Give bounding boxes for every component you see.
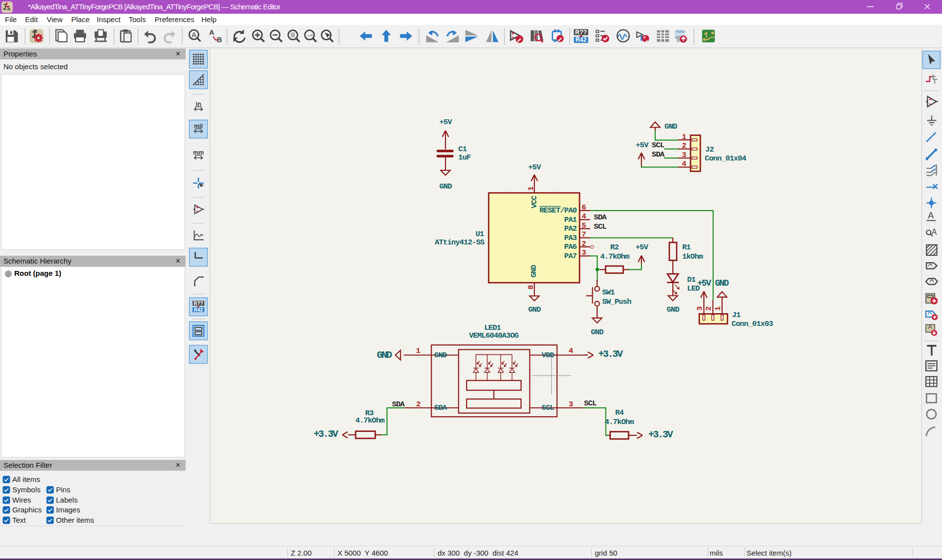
svg-text:GND: GND xyxy=(715,278,729,288)
svg-text:A: A xyxy=(928,323,933,330)
svg-text:PA6: PA6 xyxy=(564,242,577,251)
svg-text:PA1: PA1 xyxy=(564,215,577,224)
svg-text:3: 3 xyxy=(582,248,586,257)
svg-text:7: 7 xyxy=(627,36,630,41)
svg-text:C1: C1 xyxy=(458,145,467,154)
svg-text:4: 4 xyxy=(569,347,573,355)
svg-text:+5V: +5V xyxy=(636,141,649,150)
svg-text:GND: GND xyxy=(434,351,447,360)
svg-text:+5V: +5V xyxy=(528,163,541,172)
svg-text:1: 1 xyxy=(526,187,535,191)
svg-text:SW1: SW1 xyxy=(602,288,615,297)
svg-text:2: 2 xyxy=(416,400,420,409)
svg-text:GND: GND xyxy=(666,305,679,314)
svg-text:ATtiny412-SS: ATtiny412-SS xyxy=(435,238,484,247)
svg-text:3: 3 xyxy=(682,151,686,160)
svg-text:GND: GND xyxy=(591,328,604,337)
svg-text:Conn_01x04: Conn_01x04 xyxy=(705,154,747,163)
svg-text:RESET/PA0: RESET/PA0 xyxy=(539,206,577,215)
svg-text:+5V: +5V xyxy=(636,243,649,252)
svg-text:4.7kOhm: 4.7kOhm xyxy=(355,416,384,425)
svg-text:SCL: SCL xyxy=(594,222,607,231)
svg-text:SDA: SDA xyxy=(652,150,665,159)
svg-text:mil: mil xyxy=(194,123,203,130)
svg-text:R1: R1 xyxy=(682,243,691,252)
svg-text:J1: J1 xyxy=(732,311,741,320)
svg-text:A: A xyxy=(929,276,934,284)
svg-text:GND: GND xyxy=(377,349,392,361)
svg-text:GND: GND xyxy=(529,265,538,278)
svg-text:A: A xyxy=(192,31,196,39)
svg-text:8: 8 xyxy=(526,285,535,290)
svg-text:Conn_01x03: Conn_01x03 xyxy=(732,320,774,328)
svg-text:J2: J2 xyxy=(705,145,714,154)
svg-text:1: 1 xyxy=(682,133,686,141)
svg-text:in: in xyxy=(195,101,201,107)
svg-text:1: 1 xyxy=(714,306,722,311)
svg-text:+3.3V: +3.3V xyxy=(648,429,673,440)
svg-text:4: 4 xyxy=(682,160,686,168)
svg-text:A: A xyxy=(928,261,933,268)
svg-text:B: B xyxy=(217,36,222,44)
svg-text:VEML6040A3OG: VEML6040A3OG xyxy=(469,331,519,340)
svg-text:2: 2 xyxy=(704,306,713,311)
svg-text:A: A xyxy=(209,28,215,36)
svg-text:7: 7 xyxy=(582,230,586,239)
svg-text:SCL: SCL xyxy=(584,399,597,408)
svg-text:R4: R4 xyxy=(615,408,624,417)
svg-text:GND: GND xyxy=(665,122,677,131)
svg-text:SCL: SCL xyxy=(652,141,665,150)
svg-text:A: A xyxy=(928,309,932,316)
svg-text:3: 3 xyxy=(569,400,573,409)
svg-text:4.7kOhm: 4.7kOhm xyxy=(605,418,634,427)
svg-text:R2: R2 xyxy=(610,243,619,252)
svg-text:A: A xyxy=(928,211,934,220)
svg-text:1uF: 1uF xyxy=(458,153,471,162)
svg-text:+3.3V: +3.3V xyxy=(598,348,623,360)
svg-text:VCC: VCC xyxy=(530,196,539,209)
svg-text:+5V: +5V xyxy=(439,118,452,127)
svg-text:GND: GND xyxy=(528,305,541,314)
svg-text:R42: R42 xyxy=(194,307,203,313)
svg-text:+5V: +5V xyxy=(697,278,712,288)
svg-text:SW_Push: SW_Push xyxy=(602,297,631,306)
svg-text:R??: R?? xyxy=(194,301,203,306)
svg-text:4: 4 xyxy=(582,212,586,221)
svg-text:1kOhm: 1kOhm xyxy=(682,252,703,261)
svg-text:2: 2 xyxy=(682,141,686,150)
svg-text:PA7: PA7 xyxy=(564,252,577,261)
svg-text:LED1: LED1 xyxy=(484,323,501,332)
svg-text:SDA: SDA xyxy=(434,403,447,412)
svg-text:PA2: PA2 xyxy=(564,224,577,233)
svg-text:VDD: VDD xyxy=(542,351,554,360)
svg-text:mm: mm xyxy=(193,149,204,156)
svg-text:4.7kOhm: 4.7kOhm xyxy=(600,252,629,261)
svg-text:+3.3V: +3.3V xyxy=(313,428,338,440)
svg-text:3: 3 xyxy=(695,306,704,311)
svg-text:D1: D1 xyxy=(687,275,695,284)
svg-text:A: A xyxy=(932,228,937,236)
svg-text:PA3: PA3 xyxy=(564,234,577,242)
svg-text:U1: U1 xyxy=(475,230,484,239)
svg-text:R??: R?? xyxy=(575,29,587,36)
svg-text:SCL: SCL xyxy=(542,403,554,412)
svg-text:SDA: SDA xyxy=(594,213,607,222)
svg-text:GND: GND xyxy=(439,182,452,191)
svg-text:1: 1 xyxy=(416,347,420,355)
svg-text:6: 6 xyxy=(582,203,586,212)
svg-text:R42: R42 xyxy=(576,36,587,43)
svg-text:2: 2 xyxy=(582,240,586,248)
svg-text:5: 5 xyxy=(582,221,586,230)
